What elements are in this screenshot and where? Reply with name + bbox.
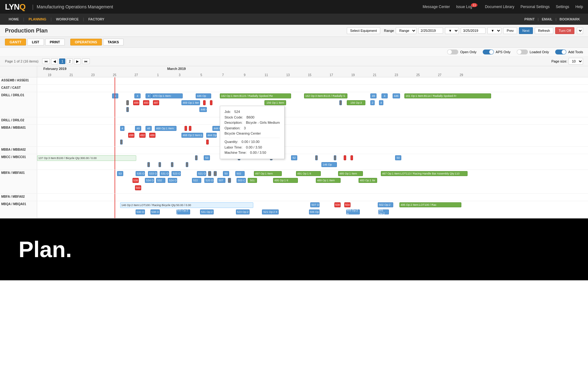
turn-off-button[interactable]: Turn Off xyxy=(555,27,574,34)
drill1-bar-4a[interactable]: 4 xyxy=(134,93,141,98)
mbfa01-467[interactable]: 467 Op:1 Item:LOT113 / Racing Handle Bar… xyxy=(381,171,468,176)
mbcc01-tr2[interactable] xyxy=(351,155,353,160)
add-tools-toggle[interactable] xyxy=(555,50,566,54)
drill1-bar-2a[interactable]: 2 xyxy=(370,100,375,105)
mbfa01-521[interactable]: 521 O xyxy=(197,171,206,176)
open-only-toggle[interactable] xyxy=(447,50,458,54)
mbcc01-53[interactable]: 53 xyxy=(204,155,210,160)
nav-factory[interactable]: FACTORY xyxy=(85,14,108,25)
message-center-link[interactable]: Message Center xyxy=(423,5,450,9)
mbba01-bar-444-2[interactable]: 444 Op xyxy=(206,133,217,138)
mbfa01-535[interactable]: 535 O xyxy=(136,171,145,176)
mbqa01-538[interactable]: 538 O xyxy=(150,209,160,214)
mbfa01-507[interactable]: 507 xyxy=(217,178,225,183)
drill1-bar-156b[interactable]: 156 Op:3 xyxy=(347,100,365,105)
drill1-bar-161[interactable]: 161 Op:1 Item:B114 / Radially Spoked Fr xyxy=(404,93,491,98)
drill1-bar-162b[interactable]: 162 Op:3 Item:B115 / Radially S xyxy=(304,93,347,98)
mbqa01-503[interactable]: 503 Op:2 In xyxy=(346,209,360,214)
aps-only-toggle[interactable] xyxy=(483,50,494,54)
drill1-tick3[interactable] xyxy=(210,100,212,105)
nav-bookmark[interactable]: BOOKMARK xyxy=(556,17,583,21)
mbfa01-497[interactable]: 497 Op:1 Item xyxy=(254,171,282,176)
page-first-btn[interactable]: ⏮ xyxy=(42,58,50,64)
mbfa01-495[interactable]: 495 Op:1 It xyxy=(273,178,298,183)
mbqa01-506[interactable]: 506 Op xyxy=(309,209,320,214)
drill1-bar-446b[interactable]: 446 O xyxy=(199,107,207,112)
settings-link[interactable]: Settings xyxy=(556,5,569,9)
drill1-bar-156a[interactable]: 156 Op:1 Item xyxy=(264,100,286,105)
prev-button[interactable]: Prev xyxy=(503,27,517,34)
page-1-btn[interactable]: 1 xyxy=(59,58,65,64)
loaded-only-toggle[interactable] xyxy=(517,50,528,54)
drill1-tick5[interactable] xyxy=(126,107,129,112)
mbfa01-502[interactable]: 502 xyxy=(235,171,245,176)
mbfa01-t2[interactable] xyxy=(214,171,217,176)
mbcc01-146[interactable]: 146 Op xyxy=(321,162,337,167)
mbcc01-tr1[interactable] xyxy=(344,155,346,160)
issue-log-link[interactable]: Issue Log11 xyxy=(456,5,479,9)
mbfa01-t3[interactable] xyxy=(228,178,231,183)
mbqa01-495[interactable]: 495 Op:2 Item:LOT100 / Rac xyxy=(399,202,461,207)
mbba01-b49[interactable]: 49 xyxy=(135,126,141,131)
mbcc01-t9[interactable] xyxy=(186,162,188,167)
mbba01-b48[interactable]: 48 xyxy=(146,126,152,131)
mbcc01-t5[interactable] xyxy=(334,155,336,160)
page-size-select[interactable]: 10 25 50 xyxy=(568,58,583,65)
mbba01-tick4[interactable] xyxy=(206,140,209,144)
mbfa01-50[interactable]: 50 xyxy=(223,171,229,176)
drill1-bar-493[interactable]: 493 xyxy=(143,100,149,105)
nav-planning[interactable]: PLANNING xyxy=(25,14,50,25)
turn-off-select[interactable]: ▼ xyxy=(577,27,583,34)
mbqa01-530[interactable]: 530 O xyxy=(136,209,145,214)
drill1-bar-499[interactable]: 499 xyxy=(133,100,139,105)
gantt-tab[interactable]: GANTT xyxy=(5,39,26,45)
mbfa01-520[interactable]: 520 O xyxy=(204,178,214,183)
mbba01-b492[interactable]: 492 xyxy=(139,133,146,138)
drill1-tick4[interactable] xyxy=(339,100,342,105)
mbqa01-502[interactable]: 502 Op:2 xyxy=(378,202,393,207)
drill1-bar-469[interactable]: 469 Op:1 Iter xyxy=(181,100,200,105)
date-to-input[interactable] xyxy=(461,28,486,34)
mbfa01-523[interactable]: 523 O xyxy=(172,171,181,176)
mbfa01-t1[interactable] xyxy=(208,171,211,176)
date-from-select[interactable]: ▼ xyxy=(445,27,459,34)
nav-home[interactable]: HOME xyxy=(5,14,23,25)
personal-settings-link[interactable]: Personal Settings xyxy=(520,5,550,9)
mbqa01-501[interactable]: 501 Op:2 xyxy=(378,209,389,214)
mbcc01-t4[interactable] xyxy=(315,155,318,160)
nav-workforce[interactable]: WORKFORCE xyxy=(52,14,82,25)
select-equipment-button[interactable]: Select Equipment xyxy=(347,27,380,34)
drill1-bar-5[interactable]: 5 xyxy=(112,93,118,98)
mbqa01-521[interactable]: 521 Op:2 It xyxy=(262,209,279,214)
drill1-tick1[interactable] xyxy=(126,100,129,105)
mbcc01-t8[interactable] xyxy=(171,162,173,167)
mbqa01-533[interactable]: 533 Op:2 I xyxy=(176,209,190,214)
mbqa01-508[interactable]: 508 xyxy=(334,202,341,207)
mbqa01-504[interactable]: 504 xyxy=(344,202,351,207)
operations-tab[interactable]: OPERATIONS xyxy=(70,39,102,45)
drill1-bar-446c[interactable]: 446 xyxy=(393,93,400,98)
range-select[interactable]: Range xyxy=(396,27,416,34)
help-link[interactable]: Help xyxy=(575,5,583,9)
drill1-bar-162a[interactable]: 162 Op:1 Item:B115 / Radially Spoked Re xyxy=(220,93,291,98)
mbcc01-50[interactable]: 50 xyxy=(395,155,401,160)
mbfa01-531[interactable]: 531 O xyxy=(160,171,169,176)
mbfa01-532[interactable]: 532 xyxy=(156,178,165,183)
mbba01-bar-468-2[interactable]: 468 Op:2 Item:Lo xyxy=(181,133,203,138)
mbfa01-538[interactable]: 538 xyxy=(133,178,139,183)
mbba01-bar-468[interactable]: 468 Op:1 Item: xyxy=(155,126,176,131)
drill1-tick2[interactable] xyxy=(203,100,206,105)
mbba01-b498[interactable]: 498 xyxy=(128,133,134,138)
mbfa01-485[interactable]: 485 Op:1 Item xyxy=(338,171,363,176)
mbqa01-507[interactable]: 507 O xyxy=(310,202,320,207)
mbfa01-503[interactable]: 503 C xyxy=(237,178,246,183)
mbqa01-531[interactable]: 531 Op:2 xyxy=(200,209,214,214)
date-from-input[interactable] xyxy=(418,28,443,34)
mbcc01-t6[interactable] xyxy=(147,162,150,167)
next-button[interactable]: Next xyxy=(519,27,533,34)
mbba01-b4[interactable]: 4 xyxy=(120,126,124,131)
page-prev-btn[interactable]: ◀ xyxy=(51,58,58,64)
list-tab[interactable]: LIST xyxy=(27,39,44,45)
date-to-select[interactable]: ▼ xyxy=(487,27,501,34)
drill1-bar-4c[interactable]: 4 xyxy=(381,93,388,98)
